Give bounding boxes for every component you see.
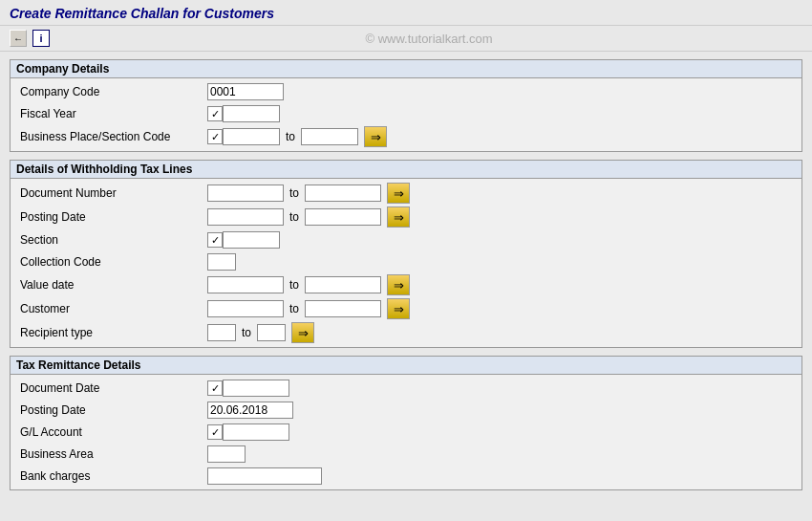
section-row: Section ✓: [16, 230, 796, 250]
company-details-title: Company Details: [11, 60, 801, 78]
recipient-type-row: Recipient type to ⇒: [16, 322, 796, 343]
value-date-row: Value date to ⇒: [16, 274, 796, 295]
business-place-row: Business Place/Section Code ✓ to ⇒: [16, 126, 796, 147]
fiscal-year-input[interactable]: [223, 105, 280, 122]
posting-date-arrow-btn[interactable]: ⇒: [387, 206, 410, 228]
doc-date-checkbox[interactable]: ✓: [207, 380, 223, 396]
section-label: Section: [16, 233, 207, 247]
bank-charges-input[interactable]: [207, 467, 322, 485]
fiscal-year-row: Fiscal Year ✓: [16, 104, 796, 123]
document-number-to-label: to: [289, 186, 299, 200]
recipient-type-label: Recipient type: [16, 326, 207, 339]
document-number-to-input[interactable]: [305, 185, 381, 202]
recipient-type-to-label: to: [242, 326, 251, 339]
fiscal-year-label: Fiscal Year: [16, 107, 207, 120]
business-place-to-input[interactable]: [301, 128, 358, 145]
customer-to-label: to: [289, 302, 299, 315]
withholding-tax-title: Details of Withholding Tax Lines: [11, 161, 801, 179]
main-content: Company Details Company Code Fiscal Year…: [0, 52, 812, 498]
customer-arrow-btn[interactable]: ⇒: [387, 298, 410, 319]
company-code-input[interactable]: [207, 83, 284, 100]
business-place-checkbox-wrapper: ✓: [207, 128, 280, 145]
customer-label: Customer: [16, 302, 207, 315]
section-input[interactable]: [223, 231, 280, 249]
section-checkbox-wrapper: ✓: [207, 231, 280, 249]
collection-code-row: Collection Code: [16, 252, 796, 271]
tax-remittance-content: Document Date ✓ Posting Date G/L Account…: [11, 375, 801, 489]
recipient-type-from-input[interactable]: [207, 324, 236, 341]
collection-code-input[interactable]: [207, 253, 236, 271]
tax-remittance-section: Tax Remittance Details Document Date ✓ P…: [10, 356, 802, 490]
posting-date-to-input[interactable]: [305, 208, 381, 226]
recipient-type-to-input[interactable]: [257, 324, 286, 341]
company-details-section: Company Details Company Code Fiscal Year…: [10, 59, 802, 152]
doc-date-checkbox-wrapper: ✓: [207, 380, 289, 397]
watermark: © www.tutorialkart.com: [55, 32, 802, 46]
business-place-checkbox[interactable]: ✓: [207, 129, 223, 144]
business-area-input[interactable]: [207, 445, 246, 463]
gl-account-label: G/L Account: [16, 425, 207, 439]
business-place-arrow-btn[interactable]: ⇒: [364, 126, 387, 147]
doc-date-input[interactable]: [223, 380, 289, 397]
tax-posting-date-label: Posting Date: [16, 403, 207, 417]
info-icon[interactable]: i: [32, 30, 50, 47]
document-number-row: Document Number to ⇒: [16, 183, 796, 204]
gl-account-checkbox-wrapper: ✓: [207, 423, 289, 441]
withholding-tax-section: Details of Withholding Tax Lines Documen…: [10, 160, 802, 348]
value-date-to-label: to: [289, 278, 299, 292]
customer-to-input[interactable]: [305, 300, 381, 317]
bank-charges-row: Bank charges: [16, 467, 796, 486]
value-date-to-input[interactable]: [305, 276, 381, 293]
section-checkbox[interactable]: ✓: [207, 232, 223, 248]
customer-row: Customer to ⇒: [16, 298, 796, 319]
value-date-from-input[interactable]: [207, 276, 284, 293]
recipient-type-arrow-btn[interactable]: ⇒: [291, 322, 314, 343]
customer-from-input[interactable]: [207, 300, 284, 317]
gl-account-checkbox[interactable]: ✓: [207, 424, 223, 440]
bank-charges-label: Bank charges: [16, 469, 207, 483]
posting-date-from-input[interactable]: [207, 208, 284, 226]
tax-posting-date-row: Posting Date: [16, 401, 796, 420]
company-details-content: Company Code Fiscal Year ✓ Business Plac…: [11, 78, 801, 151]
collection-code-label: Collection Code: [16, 255, 207, 269]
withholding-tax-content: Document Number to ⇒ Posting Date to ⇒ S…: [11, 179, 801, 347]
document-number-label: Document Number: [16, 186, 207, 200]
business-area-row: Business Area: [16, 445, 796, 464]
posting-date-row: Posting Date to ⇒: [16, 206, 796, 228]
title-bar: Create Remittance Challan for Customers: [0, 0, 812, 26]
gl-account-input[interactable]: [223, 423, 289, 441]
business-place-label: Business Place/Section Code: [16, 130, 207, 143]
business-place-to-label: to: [286, 130, 295, 143]
fiscal-year-checkbox-wrapper: ✓: [207, 105, 280, 122]
company-code-row: Company Code: [16, 82, 796, 101]
tax-remittance-title: Tax Remittance Details: [11, 357, 801, 375]
doc-date-row: Document Date ✓: [16, 379, 796, 398]
posting-date-to-label: to: [289, 210, 299, 224]
nav-back-icon[interactable]: ←: [10, 30, 27, 47]
company-code-label: Company Code: [16, 85, 207, 98]
value-date-arrow-btn[interactable]: ⇒: [387, 274, 410, 295]
doc-date-label: Document Date: [16, 381, 207, 395]
business-area-label: Business Area: [16, 447, 207, 461]
value-date-label: Value date: [16, 278, 207, 292]
fiscal-year-checkbox[interactable]: ✓: [207, 106, 223, 121]
business-place-from-input[interactable]: [223, 128, 280, 145]
document-number-arrow-btn[interactable]: ⇒: [387, 183, 410, 204]
gl-account-row: G/L Account ✓: [16, 423, 796, 442]
page-title: Create Remittance Challan for Customers: [10, 6, 802, 21]
document-number-from-input[interactable]: [207, 185, 284, 202]
posting-date-label: Posting Date: [16, 210, 207, 224]
toolbar: ← i © www.tutorialkart.com: [0, 26, 812, 52]
tax-posting-date-input[interactable]: [207, 402, 293, 419]
